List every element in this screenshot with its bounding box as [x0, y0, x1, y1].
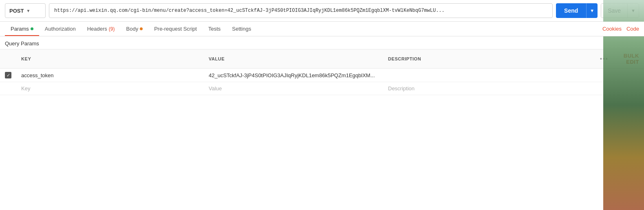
send-dropdown-button[interactable]: ▼ [586, 3, 598, 18]
toolbar: POST ▼ Send ▼ Save ▼ [0, 0, 644, 22]
cookies-link[interactable]: Cookies [602, 26, 622, 32]
row-value-cell[interactable]: 42_ucSTckfAJ-3jP4S0tPIOIG3AJIqRyjKDL1em8… [204, 69, 383, 82]
header-key-col: KEY [16, 53, 204, 65]
tab-body-label: Body [126, 26, 139, 32]
tab-settings-label: Settings [232, 26, 251, 32]
tab-params-label: Params [11, 26, 29, 32]
tab-bar: Params Authorization Headers (9) Body Pr… [0, 22, 644, 36]
tab-body[interactable]: Body [121, 22, 149, 36]
url-input[interactable] [49, 3, 553, 18]
row-checkbox[interactable]: ✓ [5, 72, 11, 78]
row-check-col: ✓ [0, 69, 16, 82]
tab-params[interactable]: Params [5, 22, 39, 36]
method-chevron-icon: ▼ [26, 9, 30, 13]
empty-value-cell[interactable]: Value [204, 82, 383, 95]
empty-key-cell[interactable]: Key [16, 82, 204, 95]
tab-authorization-label: Authorization [45, 26, 76, 32]
row-key-cell[interactable]: access_token [16, 69, 204, 82]
header-check-col [0, 56, 16, 62]
body-dot-icon [140, 27, 143, 30]
tab-tests-label: Tests [208, 26, 221, 32]
query-params-title: Query Params [0, 36, 644, 49]
header-value-col: VALUE [204, 53, 383, 65]
send-button-group: Send ▼ [556, 3, 598, 18]
empty-check-col [0, 85, 16, 92]
headers-badge: (9) [109, 26, 115, 32]
tab-prerequest[interactable]: Pre-request Script [148, 22, 203, 36]
tab-authorization[interactable]: Authorization [39, 22, 82, 36]
tab-prerequest-label: Pre-request Script [154, 26, 197, 32]
send-button[interactable]: Send [556, 3, 586, 18]
tab-bar-right: Cookies Code [602, 26, 639, 32]
table-header: KEY VALUE DESCRIPTION ••• Bulk Edit [0, 49, 644, 69]
table-row: ✓ access_token 42_ucSTckfAJ-3jP4S0tPIOIG… [0, 69, 644, 82]
checkmark-icon: ✓ [7, 73, 10, 78]
method-label: POST [9, 8, 24, 14]
method-select[interactable]: POST ▼ [5, 3, 46, 18]
tab-headers[interactable]: Headers (9) [82, 22, 121, 36]
tab-tests[interactable]: Tests [203, 22, 226, 36]
tab-settings[interactable]: Settings [226, 22, 257, 36]
code-link[interactable]: Code [626, 26, 639, 32]
header-desc-col: DESCRIPTION [383, 53, 595, 65]
main-content: Query Params KEY VALUE DESCRIPTION ••• B… [0, 36, 644, 210]
tab-headers-label: Headers [87, 26, 107, 32]
empty-table-row: Key Value Description [0, 82, 644, 95]
params-dot-icon [31, 27, 33, 30]
